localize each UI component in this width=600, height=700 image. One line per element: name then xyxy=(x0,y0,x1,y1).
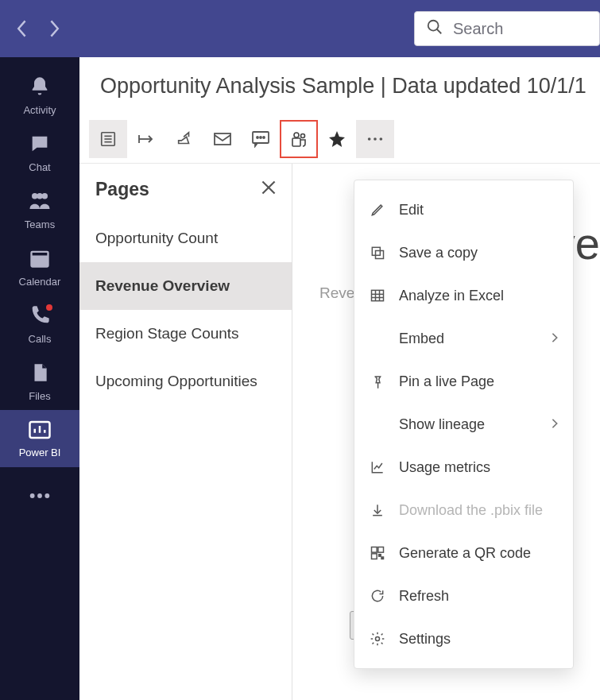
svg-point-49 xyxy=(376,637,380,641)
pages-panel: Pages Opportunity Count Revenue Overview… xyxy=(79,164,292,700)
menu-label: Save a copy xyxy=(399,245,478,261)
app-rail: Activity Chat Teams Calendar Calls xyxy=(0,57,79,700)
svg-rect-47 xyxy=(379,555,381,557)
comment-button[interactable] xyxy=(242,120,280,158)
excel-icon xyxy=(369,288,386,304)
pages-title: Pages xyxy=(95,179,149,200)
rail-label: Files xyxy=(29,390,50,402)
menu-label: Pin a live Page xyxy=(399,373,494,390)
rail-activity[interactable]: Activity xyxy=(0,67,79,124)
share-button[interactable] xyxy=(165,120,203,158)
title-bar xyxy=(0,0,600,57)
close-pages-button[interactable] xyxy=(258,177,279,201)
menu-lineage[interactable]: Show lineage xyxy=(354,403,573,446)
svg-rect-45 xyxy=(378,547,384,553)
menu-label: Show lineage xyxy=(399,416,485,433)
page-item[interactable]: Revenue Overview xyxy=(79,262,292,310)
toggle-pane-button[interactable] xyxy=(89,120,127,158)
svg-rect-35 xyxy=(372,247,380,255)
files-icon xyxy=(29,362,50,387)
menu-save-copy[interactable]: Save a copy xyxy=(354,231,573,274)
svg-point-15 xyxy=(45,493,49,498)
rail-teams[interactable]: Teams xyxy=(0,181,79,238)
page-item[interactable]: Upcoming Opportunities xyxy=(79,358,292,405)
svg-point-28 xyxy=(301,133,305,137)
svg-rect-37 xyxy=(372,290,384,300)
chat-icon xyxy=(29,133,51,158)
back-button[interactable] xyxy=(16,19,29,38)
more-options-button[interactable] xyxy=(356,120,394,158)
rail-label: Power BI xyxy=(19,447,61,458)
rail-label: Calls xyxy=(29,333,52,345)
chevron-right-icon xyxy=(551,416,559,433)
rail-label: Chat xyxy=(29,161,50,173)
menu-label: Download the .pbix file xyxy=(399,502,543,519)
svg-rect-44 xyxy=(372,547,377,553)
menu-qr-code[interactable]: Generate a QR code xyxy=(354,532,573,574)
refresh-icon xyxy=(369,588,386,604)
menu-label: Analyze in Excel xyxy=(399,288,504,304)
page-label: Opportunity Count xyxy=(95,230,218,247)
page-item[interactable]: Region Stage Counts xyxy=(79,310,292,358)
notification-badge xyxy=(45,303,54,312)
menu-refresh[interactable]: Refresh xyxy=(354,574,573,617)
report-title: Opportunity Analysis Sample | Data updat… xyxy=(100,74,586,99)
svg-point-26 xyxy=(263,137,265,138)
menu-label: Usage metrics xyxy=(399,459,490,476)
rail-label: Teams xyxy=(25,219,55,230)
phone-icon xyxy=(29,304,51,330)
gear-icon xyxy=(369,631,386,647)
svg-rect-46 xyxy=(372,554,377,559)
menu-embed[interactable]: Embed xyxy=(354,317,573,360)
download-icon xyxy=(369,502,386,518)
rail-more[interactable] xyxy=(0,467,79,524)
menu-settings[interactable]: Settings xyxy=(354,617,573,660)
rail-calendar[interactable]: Calendar xyxy=(0,238,79,296)
canvas-partial-text: Reve xyxy=(319,284,354,302)
page-label: Revenue Overview xyxy=(95,277,230,295)
svg-point-0 xyxy=(428,21,439,31)
svg-line-1 xyxy=(437,29,442,34)
pin-icon xyxy=(369,373,386,389)
rail-label: Calendar xyxy=(19,276,61,288)
page-item[interactable]: Opportunity Count xyxy=(79,215,292,262)
menu-pin-page[interactable]: Pin a live Page xyxy=(354,360,573,403)
svg-point-14 xyxy=(37,493,42,498)
bell-icon xyxy=(29,75,51,101)
rail-chat[interactable]: Chat xyxy=(0,124,79,181)
chevron-right-icon xyxy=(551,331,559,347)
search-input[interactable] xyxy=(453,20,588,38)
page-label: Region Stage Counts xyxy=(95,325,239,342)
qr-icon xyxy=(369,545,386,561)
svg-rect-29 xyxy=(292,138,300,146)
search-box[interactable] xyxy=(414,11,600,46)
favorite-button[interactable] xyxy=(318,120,356,158)
report-header: Opportunity Analysis Sample | Data updat… xyxy=(79,57,600,114)
svg-rect-36 xyxy=(376,251,384,259)
menu-label: Edit xyxy=(399,202,424,219)
menu-download-pbix: Download the .pbix file xyxy=(354,489,573,532)
subscribe-button[interactable] xyxy=(203,120,242,158)
menu-edit[interactable]: Edit xyxy=(354,188,573,231)
export-button[interactable] xyxy=(127,120,165,158)
teams-icon xyxy=(28,190,52,215)
rail-calls[interactable]: Calls xyxy=(0,296,79,353)
page-label: Upcoming Opportunities xyxy=(95,373,257,390)
menu-usage-metrics[interactable]: Usage metrics xyxy=(354,446,573,489)
rail-label: Activity xyxy=(23,104,56,116)
svg-point-32 xyxy=(380,137,383,141)
teams-share-button[interactable] xyxy=(280,120,318,158)
rail-files[interactable]: Files xyxy=(0,353,79,410)
menu-label: Generate a QR code xyxy=(399,545,531,562)
chart-icon xyxy=(369,459,386,475)
rail-powerbi[interactable]: Power BI xyxy=(0,410,79,467)
menu-analyze-excel[interactable]: Analyze in Excel xyxy=(354,274,573,317)
report-toolbar xyxy=(79,114,600,164)
search-icon xyxy=(426,18,443,39)
menu-label: Refresh xyxy=(399,588,449,605)
menu-label: Settings xyxy=(399,631,451,648)
forward-button[interactable] xyxy=(48,19,60,38)
menu-label: Embed xyxy=(399,331,444,347)
svg-point-30 xyxy=(368,137,371,141)
svg-point-25 xyxy=(260,137,261,138)
